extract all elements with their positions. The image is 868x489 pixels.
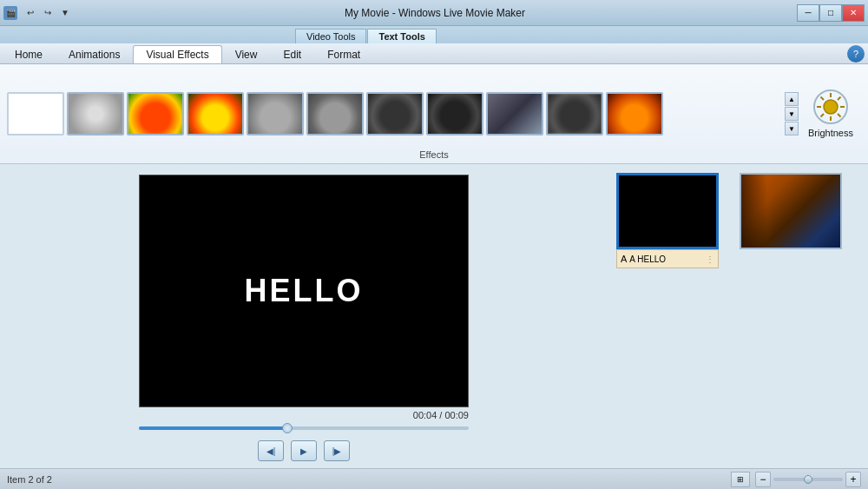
help-button[interactable]: ? (847, 45, 865, 63)
story-thumb-2[interactable] (740, 173, 842, 249)
main-area: HELLO 00:04 / 00:09 ◀| ▶ |▶ A A HELLO (0, 164, 868, 468)
tab-animations[interactable]: Animations (56, 45, 133, 63)
effect-orange[interactable] (606, 92, 663, 135)
quick-access-dropdown[interactable]: ▼ (57, 5, 73, 21)
story-connector (722, 173, 736, 249)
effect-dark-flower1[interactable] (366, 92, 424, 135)
text-clip-icon: A (621, 254, 627, 264)
brightness-icon (813, 89, 848, 124)
ribbon-tabs: Home Animations Visual Effects View Edit… (0, 43, 868, 64)
effects-scroll: ▲ ▼ ▼ (785, 92, 800, 135)
window-title: My Movie - Windows Live Movie Maker (73, 7, 797, 19)
svg-line-5 (821, 97, 825, 101)
story-item-1: A A HELLO ⋮ (616, 173, 719, 268)
effect-gray2[interactable] (306, 92, 364, 135)
scroll-down-button[interactable]: ▼ (785, 107, 799, 121)
zoom-thumb[interactable] (804, 475, 812, 484)
effects-section-label: Effects (419, 149, 448, 160)
story-label-dots: ⋮ (706, 254, 714, 264)
story-label-text-1: A HELLO (629, 254, 666, 264)
storyboard-items: A A HELLO ⋮ (616, 173, 859, 268)
story-item-2 (740, 173, 842, 249)
tab-text-tools[interactable]: Text Tools (367, 29, 436, 43)
brightness-label: Brightness (808, 128, 853, 138)
undo-button[interactable]: ↩ (23, 5, 38, 21)
effect-red-flower[interactable] (127, 92, 184, 135)
ribbon-panel: ▲ ▼ ▼ Brightness Effects (0, 64, 868, 164)
svg-line-6 (838, 114, 841, 117)
app-icon: 🎬 (3, 6, 17, 20)
svg-line-7 (821, 114, 825, 117)
scroll-more-button[interactable]: ▼ (785, 122, 799, 135)
effect-bluegray[interactable] (486, 92, 543, 135)
effect-circular[interactable] (67, 92, 124, 135)
svg-point-0 (824, 100, 838, 114)
preview-screen: HELLO (139, 175, 469, 407)
progress-thumb[interactable] (282, 423, 293, 433)
status-bar: Item 2 of 2 ⊞ − + (0, 468, 868, 489)
progress-fill (139, 426, 287, 430)
play-button[interactable]: ▶ (291, 440, 317, 461)
brightness-button[interactable]: Brightness (800, 79, 861, 149)
tab-visual-effects[interactable]: Visual Effects (133, 45, 221, 63)
quick-access-toolbar: ↩ ↪ ▼ (23, 5, 73, 21)
effect-none[interactable] (7, 92, 64, 135)
time-display: 00:04 / 00:09 (139, 410, 469, 420)
effects-gallery (7, 92, 783, 135)
effect-lens[interactable] (546, 92, 603, 135)
tab-format[interactable]: Format (314, 45, 373, 63)
storyboard-panel: A A HELLO ⋮ (608, 164, 868, 468)
rewind-button[interactable]: ◀| (258, 440, 284, 461)
window-controls: ─ □ ✕ (797, 4, 865, 22)
svg-line-8 (838, 97, 841, 101)
zoom-slider[interactable] (773, 478, 843, 481)
maximize-button[interactable]: □ (819, 4, 842, 22)
zoom-out-button[interactable]: − (755, 472, 771, 487)
effect-gray1[interactable] (247, 92, 304, 135)
storyboard-view-icon[interactable]: ⊞ (731, 472, 750, 487)
tab-home[interactable]: Home (2, 45, 56, 63)
minimize-button[interactable]: ─ (797, 4, 819, 22)
tab-edit[interactable]: Edit (270, 45, 314, 63)
context-tabs: Video Tools Text Tools (0, 26, 868, 43)
story-label-1: A A HELLO ⋮ (616, 249, 719, 268)
status-text: Item 2 of 2 (7, 474, 731, 485)
progress-track[interactable] (139, 426, 469, 430)
title-bar-icons: 🎬 (3, 6, 17, 20)
forward-button[interactable]: |▶ (324, 440, 350, 461)
close-button[interactable]: ✕ (842, 4, 865, 22)
tab-video-tools[interactable]: Video Tools (295, 29, 366, 43)
redo-button[interactable]: ↪ (40, 5, 56, 21)
story-thumb-1[interactable] (616, 173, 719, 249)
preview-panel: HELLO 00:04 / 00:09 ◀| ▶ |▶ (0, 164, 608, 468)
progress-bar-container[interactable] (139, 423, 469, 433)
zoom-in-button[interactable]: + (845, 472, 861, 487)
effect-yellow-flower[interactable] (187, 92, 244, 135)
preview-text: HELLO (245, 273, 364, 309)
scroll-up-button[interactable]: ▲ (785, 92, 799, 106)
playback-controls: ◀| ▶ |▶ (258, 440, 350, 461)
tab-view[interactable]: View (222, 45, 271, 63)
zoom-controls: − + (755, 472, 861, 487)
effect-dark2[interactable] (426, 92, 483, 135)
status-right: ⊞ − + (731, 472, 861, 487)
title-bar: 🎬 ↩ ↪ ▼ My Movie - Windows Live Movie Ma… (0, 0, 868, 26)
